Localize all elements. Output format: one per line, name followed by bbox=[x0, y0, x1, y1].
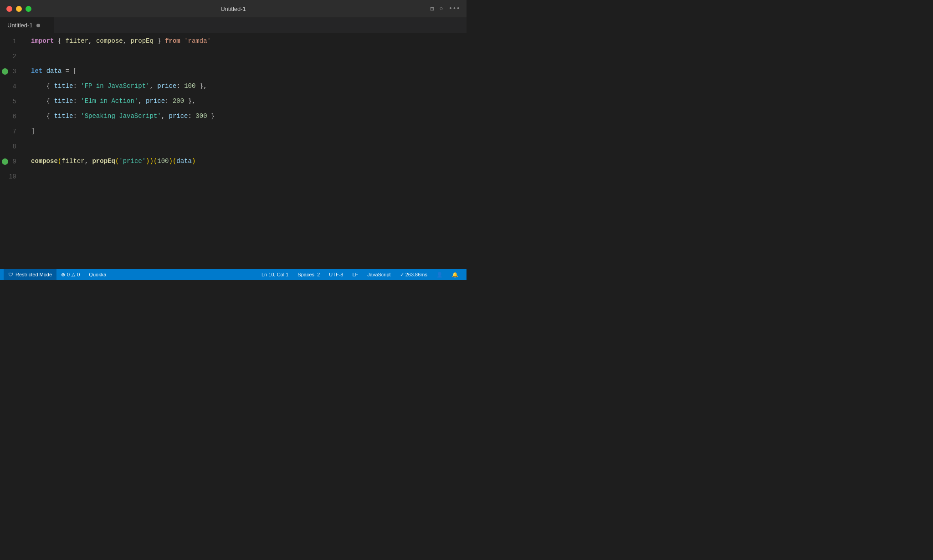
quokka-label: Quokka bbox=[89, 272, 106, 277]
gutter-line-10: 10 bbox=[0, 169, 27, 184]
line-number: 10 bbox=[0, 173, 22, 180]
spaces-label: Spaces: 2 bbox=[297, 272, 320, 277]
line-number: 7 bbox=[0, 128, 22, 135]
line-number: 6 bbox=[0, 113, 22, 120]
error-icon: ⊗ bbox=[61, 272, 65, 278]
encoding[interactable]: UTF-8 bbox=[324, 269, 348, 280]
gutter-line-4: 4 bbox=[0, 79, 27, 94]
code-line-6: { title : 'Speaking JavaScript' , price … bbox=[31, 109, 462, 124]
window-controls bbox=[6, 6, 31, 12]
titlebar-actions: ⊞ ○ ••• bbox=[430, 5, 460, 13]
gutter-line-2: 2 bbox=[0, 49, 27, 64]
warning-number: 0 bbox=[77, 272, 80, 277]
notifications-icon[interactable]: 🔔 bbox=[447, 269, 463, 280]
line-number: 8 bbox=[0, 143, 22, 150]
quokka-status[interactable]: Quokka bbox=[84, 269, 111, 280]
restricted-mode[interactable]: 🛡 Restricted Mode bbox=[4, 269, 56, 280]
gutter-line-5: 5 bbox=[0, 94, 27, 109]
position-label: Ln 10, Col 1 bbox=[261, 272, 288, 277]
tab-unsaved-indicator bbox=[36, 24, 40, 27]
tab-bar: Untitled-1 bbox=[0, 17, 466, 34]
gutter-line-3: 3 bbox=[0, 64, 27, 79]
code-line-2 bbox=[31, 49, 462, 64]
tab-label: Untitled-1 bbox=[7, 22, 33, 29]
error-count[interactable]: ⊗ 0 △ 0 bbox=[56, 269, 84, 280]
minimize-button[interactable] bbox=[16, 6, 22, 12]
gutter-line-1: 1 bbox=[0, 34, 27, 49]
close-button[interactable] bbox=[6, 6, 12, 12]
gutter-line-8: 8 bbox=[0, 139, 27, 154]
code-line-5: { title : 'Elm in Action' , price : 200 … bbox=[31, 94, 462, 109]
status-left: 🛡 Restricted Mode ⊗ 0 △ 0 Quokka bbox=[4, 269, 111, 280]
breakpoint-indicator bbox=[2, 158, 8, 165]
person-icon: 👤 bbox=[436, 272, 443, 278]
warning-icon: △ bbox=[72, 272, 75, 278]
line-number: 2 bbox=[0, 53, 22, 60]
code-line-4: { title : 'FP in JavaScript' , price : 1… bbox=[31, 79, 462, 94]
line-gutter: 1 2 3 4 5 6 7 8 9 10 bbox=[0, 34, 27, 269]
code-line-1: import { filter , compose , propEq } fro… bbox=[31, 34, 462, 49]
tab-untitled-1[interactable]: Untitled-1 bbox=[0, 17, 55, 33]
bell-icon: 🔔 bbox=[452, 272, 458, 278]
line-number: 1 bbox=[0, 38, 22, 45]
split-editor-icon[interactable]: ⊞ bbox=[430, 5, 434, 13]
gutter-line-7: 7 bbox=[0, 124, 27, 139]
code-line-10 bbox=[31, 169, 462, 184]
more-actions-icon[interactable]: ••• bbox=[449, 5, 460, 12]
eol-label: LF bbox=[352, 272, 358, 277]
remote-icon[interactable]: 👤 bbox=[432, 269, 447, 280]
maximize-button[interactable] bbox=[26, 6, 31, 12]
status-bar: 🛡 Restricted Mode ⊗ 0 △ 0 Quokka Ln 10, … bbox=[0, 269, 466, 280]
code-editor[interactable]: import { filter , compose , propEq } fro… bbox=[27, 34, 462, 269]
keyword-from: from bbox=[165, 34, 180, 49]
restricted-mode-label: Restricted Mode bbox=[15, 272, 52, 277]
vertical-scrollbar[interactable] bbox=[462, 34, 466, 269]
line-number: 4 bbox=[0, 83, 22, 90]
shield-icon: 🛡 bbox=[8, 272, 13, 277]
timing-label: ✓ 263.86ms bbox=[400, 272, 427, 278]
encoding-label: UTF-8 bbox=[329, 272, 343, 277]
titlebar: Untitled-1 ⊞ ○ ••• bbox=[0, 0, 466, 17]
language-mode[interactable]: JavaScript bbox=[363, 269, 395, 280]
circle-icon: ○ bbox=[439, 5, 443, 12]
cursor-position[interactable]: Ln 10, Col 1 bbox=[257, 269, 293, 280]
eol[interactable]: LF bbox=[348, 269, 363, 280]
indentation[interactable]: Spaces: 2 bbox=[293, 269, 324, 280]
timing: ✓ 263.86ms bbox=[395, 269, 432, 280]
keyword-let: let bbox=[31, 64, 42, 79]
window-title: Untitled-1 bbox=[220, 5, 246, 12]
keyword-import: import bbox=[31, 34, 54, 49]
status-right: Ln 10, Col 1 Spaces: 2 UTF-8 LF JavaScri… bbox=[257, 269, 463, 280]
error-number: 0 bbox=[67, 272, 70, 277]
code-line-9: compose ( filter , propEq ( 'price' )) (… bbox=[31, 154, 462, 169]
gutter-line-6: 6 bbox=[0, 109, 27, 124]
code-line-3: let data = [ bbox=[31, 64, 462, 79]
breakpoint-indicator bbox=[2, 68, 8, 75]
code-line-8 bbox=[31, 139, 462, 154]
line-number: 5 bbox=[0, 98, 22, 105]
gutter-line-9: 9 bbox=[0, 154, 27, 169]
editor: 1 2 3 4 5 6 7 8 9 10 bbox=[0, 34, 466, 269]
language-label: JavaScript bbox=[367, 272, 390, 277]
code-line-7: ] bbox=[31, 124, 462, 139]
